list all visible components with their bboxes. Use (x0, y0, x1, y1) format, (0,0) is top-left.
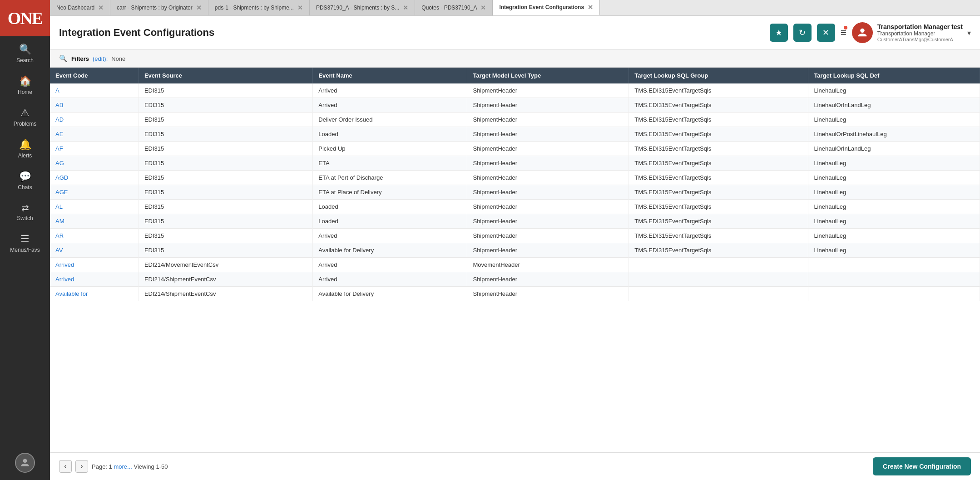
target-sql-group-cell: TMS.EDI315EventTargetSqls (629, 171, 808, 185)
tab-pds1-shipments[interactable]: pds-1 - Shipments : by Shipme... ✕ (208, 0, 310, 15)
target-sql-def-cell: LinehaulLeg (808, 113, 980, 127)
col-target-model: Target Model Level Type (467, 68, 629, 83)
refresh-button[interactable]: ↻ (793, 24, 812, 42)
tab-carr-shipments[interactable]: carr - Shipments : by Originator ✕ (110, 0, 208, 15)
star-icon: ★ (775, 28, 782, 38)
event-code-cell[interactable]: AE (50, 127, 139, 142)
prev-page-button[interactable]: ‹ (59, 460, 72, 473)
close-button[interactable]: ✕ (817, 24, 835, 42)
event-name-cell: Picked Up (313, 142, 467, 156)
create-configuration-button[interactable]: Create New Configuration (873, 457, 971, 475)
user-avatar (852, 22, 873, 43)
sidebar-item-home[interactable]: 🏠 Home (0, 68, 50, 100)
target-sql-def-cell: LinehaulLeg (808, 243, 980, 258)
target-sql-def-cell (808, 287, 980, 301)
target-sql-group-cell (629, 258, 808, 272)
target-sql-def-cell: LinehaulOrInLandLeg (808, 142, 980, 156)
page-number: 1 (109, 463, 114, 470)
user-avatar-sidebar[interactable] (0, 446, 50, 480)
target-model-cell: ShipmentHeader (467, 83, 629, 98)
favorite-button[interactable]: ★ (770, 24, 788, 42)
event-code-cell[interactable]: A (50, 83, 139, 98)
tab-close-pds1-shipments[interactable]: ✕ (297, 4, 303, 11)
tab-integration-events[interactable]: Integration Event Configurations ✕ (493, 0, 600, 15)
target-sql-def-cell: LinehaulLeg (808, 229, 980, 243)
col-event-code: Event Code (50, 68, 139, 83)
chat-icon: 💬 (19, 171, 31, 182)
event-code-cell[interactable]: AGD (50, 171, 139, 185)
tab-quotes-pds[interactable]: Quotes - PDS37190_A ✕ (415, 0, 493, 15)
event-source-cell: EDI315 (139, 171, 312, 185)
tab-pds37190a-shipments[interactable]: PDS37190_A - Shipments : by S... ✕ (310, 0, 415, 15)
event-code-cell[interactable]: AV (50, 243, 139, 258)
page-label: Page: (92, 463, 109, 470)
tab-neo-dashboard[interactable]: Neo Dashboard ✕ (50, 0, 110, 15)
event-code-cell[interactable]: Arrived (50, 272, 139, 287)
target-sql-group-cell: TMS.EDI315EventTargetSqls (629, 83, 808, 98)
sidebar-item-problems[interactable]: ⚠ Problems (0, 100, 50, 132)
event-code-cell[interactable]: AF (50, 142, 139, 156)
table-row: Available forEDI214/ShipmentEventCsvAvai… (50, 287, 980, 301)
event-code-cell[interactable]: AD (50, 113, 139, 127)
table-body: AEDI315ArrivedShipmentHeaderTMS.EDI315Ev… (50, 83, 980, 301)
menu-button-container[interactable]: ≡ (841, 27, 846, 39)
table-row: AREDI315ArrivedShipmentHeaderTMS.EDI315E… (50, 229, 980, 243)
table-footer: ‹ › Page: 1 more... Viewing 1-50 Create … (50, 452, 980, 480)
target-sql-group-cell: TMS.EDI315EventTargetSqls (629, 142, 808, 156)
event-name-cell: ETA at Place of Delivery (313, 185, 467, 200)
sidebar-item-label-search: Search (16, 57, 34, 64)
target-model-cell: ShipmentHeader (467, 142, 629, 156)
tab-close-integration-events[interactable]: ✕ (588, 4, 593, 11)
target-sql-group-cell (629, 272, 808, 287)
tab-label-neo-dashboard: Neo Dashboard (56, 5, 94, 11)
event-source-cell: EDI315 (139, 185, 312, 200)
tab-close-pds37190a-shipments[interactable]: ✕ (403, 4, 408, 11)
target-sql-group-cell: TMS.EDI315EventTargetSqls (629, 185, 808, 200)
event-code-cell[interactable]: AB (50, 98, 139, 113)
table-row: AVEDI315Available for DeliveryShipmentHe… (50, 243, 980, 258)
table-row: ArrivedEDI214/ShipmentEventCsvArrivedShi… (50, 272, 980, 287)
filter-edit-link[interactable]: (edit): (93, 55, 108, 62)
tab-label-carr-shipments: carr - Shipments : by Originator (117, 5, 193, 11)
tab-close-neo-dashboard[interactable]: ✕ (98, 4, 104, 11)
sidebar-item-search[interactable]: 🔍 Search (0, 36, 50, 68)
event-code-cell[interactable]: Available for (50, 287, 139, 301)
sidebar-item-chats[interactable]: 💬 Chats (0, 163, 50, 195)
refresh-icon: ↻ (799, 28, 806, 38)
sidebar-item-alerts[interactable]: 🔔 Alerts (0, 132, 50, 163)
sidebar-item-switch[interactable]: ⇄ Switch (0, 195, 50, 226)
more-pages-link[interactable]: more... (114, 463, 132, 470)
target-sql-group-cell: TMS.EDI315EventTargetSqls (629, 156, 808, 171)
event-name-cell: Loaded (313, 127, 467, 142)
event-code-cell[interactable]: AR (50, 229, 139, 243)
table-row: ArrivedEDI214/MovementEventCsvArrivedMov… (50, 258, 980, 272)
event-code-cell[interactable]: AG (50, 156, 139, 171)
event-code-cell[interactable]: Arrived (50, 258, 139, 272)
next-page-button[interactable]: › (75, 460, 88, 473)
target-sql-def-cell: LinehaulLeg (808, 200, 980, 214)
target-model-cell: ShipmentHeader (467, 127, 629, 142)
target-model-cell: ShipmentHeader (467, 185, 629, 200)
event-code-cell[interactable]: AL (50, 200, 139, 214)
target-sql-group-cell: TMS.EDI315EventTargetSqls (629, 229, 808, 243)
menu-icon: ☰ (20, 233, 30, 245)
target-model-cell: ShipmentHeader (467, 214, 629, 229)
app-logo[interactable]: one (0, 0, 50, 36)
table-row: AGEDI315ETAShipmentHeaderTMS.EDI315Event… (50, 156, 980, 171)
user-info[interactable]: Transportation Manager test Transportati… (852, 22, 971, 43)
configurations-table: Event Code Event Source Event Name Targe… (50, 68, 980, 301)
sidebar-item-menus[interactable]: ☰ Menus/Favs (0, 226, 50, 258)
tab-close-quotes-pds[interactable]: ✕ (480, 4, 486, 11)
event-source-cell: EDI315 (139, 214, 312, 229)
sidebar-item-label-menus: Menus/Favs (10, 247, 40, 253)
dropdown-arrow-icon[interactable]: ▾ (967, 29, 971, 37)
close-icon: ✕ (822, 28, 829, 38)
target-sql-group-cell: TMS.EDI315EventTargetSqls (629, 200, 808, 214)
avatar-circle (15, 453, 35, 473)
event-code-cell[interactable]: AGE (50, 185, 139, 200)
target-sql-group-cell: TMS.EDI315EventTargetSqls (629, 214, 808, 229)
col-target-sql-group: Target Lookup SQL Group (629, 68, 808, 83)
target-sql-def-cell: LinehaulOrInLandLeg (808, 98, 980, 113)
tab-close-carr-shipments[interactable]: ✕ (196, 4, 202, 11)
event-code-cell[interactable]: AM (50, 214, 139, 229)
